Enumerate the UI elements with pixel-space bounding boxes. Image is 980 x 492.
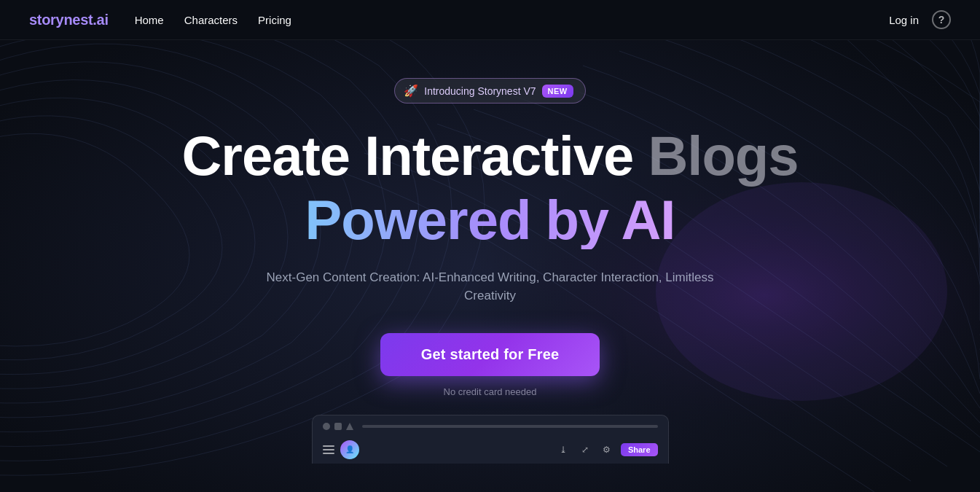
no-credit-note: No credit card needed xyxy=(444,386,537,397)
cta-button[interactable]: Get started for Free xyxy=(380,333,600,376)
navbar: storynest.ai Home Characters Pricing Log… xyxy=(0,0,980,40)
navbar-left: storynest.ai Home Characters Pricing xyxy=(29,12,291,28)
rocket-icon: 🚀 xyxy=(404,84,418,98)
main-headline: Create Interactive Blogs Powered by AI xyxy=(181,127,798,268)
subheading: Next-Gen Content Creation: AI-Enhanced W… xyxy=(243,268,738,305)
expand-icon[interactable]: ⤢ xyxy=(577,442,593,458)
badge-text: Introducing Storynest V7 xyxy=(424,85,536,97)
avatar-icon[interactable]: 👤 xyxy=(340,440,359,459)
preview-bar: 👤 ⤓ ⤢ ⚙ Share xyxy=(312,415,669,464)
dot-square xyxy=(334,423,342,430)
headline-line2: Powered by AI xyxy=(181,191,798,249)
nav-characters[interactable]: Characters xyxy=(184,14,238,26)
logo[interactable]: storynest.ai xyxy=(29,12,109,28)
settings-icon[interactable]: ⚙ xyxy=(599,442,615,458)
bookmark-icon[interactable]: ⤓ xyxy=(555,442,571,458)
navbar-right: Log in ? xyxy=(889,10,951,29)
dot-circle xyxy=(323,423,330,430)
nav-links: Home Characters Pricing xyxy=(135,14,291,26)
preview-right-icons: ⤓ ⤢ ⚙ Share xyxy=(555,442,658,458)
headline-gray-text: Blogs xyxy=(648,125,798,187)
dot-triangle xyxy=(346,423,353,430)
headline-white-text: Create Interactive xyxy=(181,125,648,187)
logo-text: storynest.ai xyxy=(29,12,109,28)
login-button[interactable]: Log in xyxy=(889,14,919,26)
share-button[interactable]: Share xyxy=(621,443,658,456)
new-badge: NEW xyxy=(542,85,573,98)
menu-icon[interactable] xyxy=(323,445,334,454)
nav-pricing[interactable]: Pricing xyxy=(258,14,291,26)
preview-bar-bottom: 👤 ⤓ ⤢ ⚙ Share xyxy=(323,436,658,464)
progress-track xyxy=(362,425,658,428)
nav-home[interactable]: Home xyxy=(135,14,164,26)
help-icon[interactable]: ? xyxy=(932,10,951,29)
hero-section: 🚀 Introducing Storynest V7 NEW Create In… xyxy=(0,40,980,464)
headline-line1: Create Interactive Blogs xyxy=(181,127,798,185)
preview-left-icons: 👤 xyxy=(323,440,359,459)
preview-bar-top xyxy=(323,423,658,430)
announcement-badge[interactable]: 🚀 Introducing Storynest V7 NEW xyxy=(394,78,585,104)
